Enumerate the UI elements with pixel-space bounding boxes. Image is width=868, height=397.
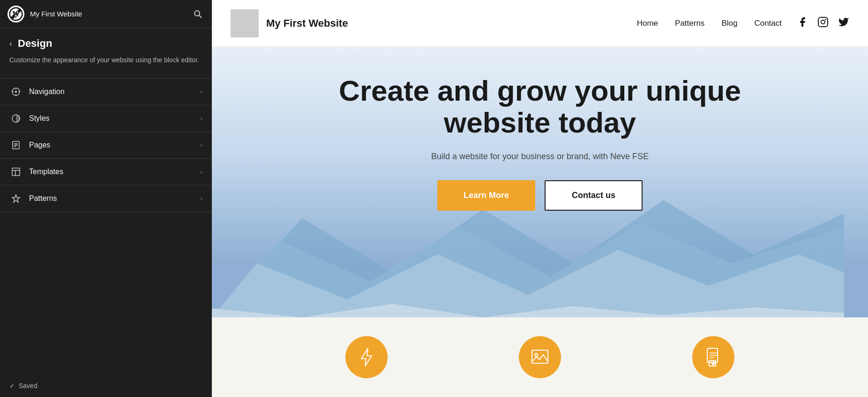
bottom-features-section: [212, 317, 868, 397]
saved-status: Saved: [19, 382, 37, 390]
topbar-site-title: My First Website: [30, 10, 191, 18]
svg-marker-19: [12, 195, 20, 202]
nav-links: Home Patterns Blog Contact: [637, 19, 782, 28]
svg-rect-20: [818, 17, 828, 27]
navigation-label: Navigation: [29, 88, 200, 96]
svg-point-6: [15, 91, 17, 93]
patterns-icon: [9, 192, 22, 205]
sidebar-item-templates[interactable]: Templates ›: [0, 158, 212, 185]
pages-label: Pages: [29, 141, 200, 149]
hero-buttons: Learn More Contact us: [437, 180, 643, 211]
svg-line-4: [199, 15, 202, 18]
sidebar-topbar: W My First Website: [0, 0, 212, 28]
pages-icon: [9, 139, 22, 152]
nav-contact[interactable]: Contact: [754, 19, 782, 28]
instagram-icon[interactable]: [817, 16, 829, 30]
patterns-chevron-icon: ›: [200, 195, 202, 202]
navigation-chevron-icon: ›: [200, 88, 202, 96]
wp-logo-icon: W: [7, 6, 24, 22]
twitter-icon[interactable]: [838, 16, 849, 30]
site-logo: [231, 9, 259, 37]
hero-subtitle: Build a website for your business or bra…: [431, 152, 649, 162]
learn-more-button[interactable]: Learn More: [437, 180, 535, 211]
svg-point-29: [535, 353, 538, 356]
svg-text:W: W: [12, 10, 20, 18]
hero-content: Create and grow your unique website toda…: [212, 47, 868, 229]
nav-home[interactable]: Home: [637, 19, 658, 28]
contact-us-button[interactable]: Contact us: [545, 180, 643, 211]
patterns-label: Patterns: [29, 194, 200, 203]
feature-icon-image: [519, 336, 561, 378]
svg-point-3: [195, 11, 200, 16]
back-button[interactable]: ‹: [9, 39, 12, 49]
templates-chevron-icon: ›: [200, 168, 202, 176]
sidebar-item-patterns[interactable]: Patterns ›: [0, 185, 212, 212]
sidebar-item-pages[interactable]: Pages ›: [0, 132, 212, 158]
styles-icon: [9, 112, 22, 125]
sidebar-title: Design: [18, 37, 52, 50]
feature-icon-lightning: [345, 336, 388, 378]
sidebar-item-navigation[interactable]: Navigation ›: [0, 78, 212, 105]
svg-point-22: [825, 19, 826, 20]
pages-chevron-icon: ›: [200, 141, 202, 149]
website-header: My First Website Home Patterns Blog Cont…: [212, 0, 868, 47]
main-content: My First Website Home Patterns Blog Cont…: [212, 0, 868, 397]
nav-patterns[interactable]: Patterns: [675, 19, 704, 28]
svg-marker-27: [361, 348, 372, 366]
hero-title: Create and grow your unique website toda…: [338, 75, 741, 139]
templates-icon: [9, 165, 22, 178]
svg-rect-28: [532, 350, 548, 363]
social-icons: [797, 16, 849, 30]
saved-check-icon: ✓: [9, 382, 15, 390]
sidebar-header: ‹ Design: [0, 37, 212, 55]
styles-label: Styles: [29, 114, 200, 123]
sidebar-footer: ✓ Saved: [0, 375, 212, 397]
svg-point-21: [821, 20, 825, 24]
styles-chevron-icon: ›: [200, 115, 202, 122]
feature-icon-document: [692, 336, 734, 378]
sidebar-description: Customize the appearance of your website…: [0, 55, 212, 78]
nav-blog[interactable]: Blog: [721, 19, 737, 28]
site-name: My First Website: [266, 17, 348, 29]
svg-rect-16: [12, 168, 20, 176]
sidebar: W My First Website ‹ Design Customize th…: [0, 0, 212, 397]
hero-section: Create and grow your unique website toda…: [212, 47, 868, 317]
templates-label: Templates: [29, 168, 200, 176]
sidebar-content: ‹ Design Customize the appearance of you…: [0, 28, 212, 375]
sidebar-item-styles[interactable]: Styles ›: [0, 105, 212, 132]
search-icon[interactable]: [191, 7, 204, 21]
facebook-icon[interactable]: [797, 16, 808, 30]
navigation-icon: [9, 85, 22, 98]
